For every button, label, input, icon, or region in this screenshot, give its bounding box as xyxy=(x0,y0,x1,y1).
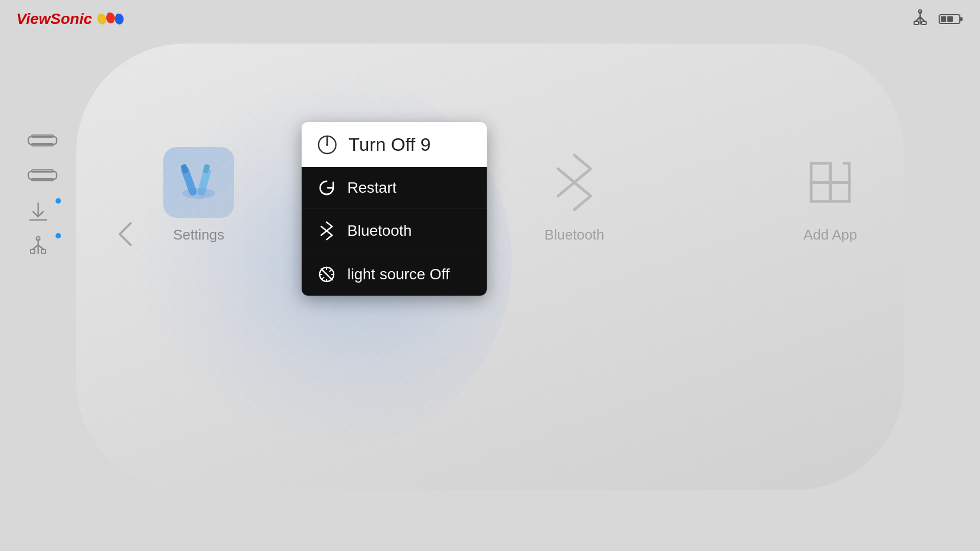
dropdown-menu: Turn Off 9 Restart Bluetooth xyxy=(302,122,487,296)
add-app-label: Add App xyxy=(804,226,857,243)
bluetooth-menu-label: Bluetooth xyxy=(347,222,412,240)
svg-point-39 xyxy=(326,144,328,146)
dropdown-items-list: Restart Bluetooth xyxy=(302,167,487,296)
power-circle-icon xyxy=(317,134,338,155)
app-items-row: Settings Bluetooth Add App xyxy=(163,147,866,243)
svg-point-3 xyxy=(99,14,103,18)
svg-line-47 xyxy=(330,278,332,279)
restart-item[interactable]: Restart xyxy=(302,167,487,209)
restart-label: Restart xyxy=(347,179,396,197)
logo-text: ViewSonic xyxy=(16,10,92,28)
sidebar-usb-icon[interactable] xyxy=(26,235,59,255)
logo-birds-icon xyxy=(96,8,125,30)
settings-icon-container xyxy=(163,147,234,218)
light-source-off-label: light source Off xyxy=(347,266,450,283)
sidebar-hdmi-bottom-icon[interactable] xyxy=(26,166,59,185)
app-item-bluetooth[interactable]: Bluetooth xyxy=(539,147,610,243)
settings-icon xyxy=(169,152,229,212)
battery-icon xyxy=(939,13,964,26)
dropdown-header[interactable]: Turn Off 9 xyxy=(302,122,487,167)
svg-rect-28 xyxy=(41,249,46,253)
add-app-icon-container xyxy=(795,147,866,218)
bluetooth-icon xyxy=(547,150,602,215)
svg-rect-19 xyxy=(28,172,57,179)
light-source-icon xyxy=(317,265,336,284)
bluetooth-item[interactable]: Bluetooth xyxy=(302,209,487,253)
svg-rect-13 xyxy=(960,17,963,21)
svg-point-34 xyxy=(182,188,215,199)
usb-icon xyxy=(912,9,928,29)
turn-off-label: Turn Off 9 xyxy=(348,134,431,155)
svg-rect-9 xyxy=(914,21,918,25)
svg-rect-31 xyxy=(181,164,189,174)
svg-rect-15 xyxy=(947,16,953,22)
add-app-icon xyxy=(800,152,860,212)
restart-icon xyxy=(317,179,336,197)
sidebar-hdmi-top-icon[interactable] xyxy=(26,131,59,150)
usb-notification-dot xyxy=(56,233,61,238)
svg-rect-14 xyxy=(941,16,946,22)
download-notification-dot xyxy=(56,198,61,204)
svg-rect-27 xyxy=(30,249,35,253)
settings-label: Settings xyxy=(173,226,224,243)
bluetooth-icon-container xyxy=(539,147,610,218)
svg-line-46 xyxy=(322,270,324,272)
topbar-right xyxy=(912,9,964,29)
svg-line-49 xyxy=(322,278,324,279)
svg-line-48 xyxy=(330,270,332,272)
svg-line-25 xyxy=(33,245,38,249)
sidebar-download-icon[interactable] xyxy=(26,200,59,220)
sidebar xyxy=(26,131,59,255)
svg-rect-10 xyxy=(922,21,926,25)
svg-point-4 xyxy=(107,13,112,17)
app-item-add-app[interactable]: Add App xyxy=(795,147,866,243)
app-item-settings[interactable]: Settings xyxy=(163,147,234,243)
topbar: ViewSonic xyxy=(0,0,980,38)
back-button[interactable] xyxy=(114,218,136,250)
logo: ViewSonic xyxy=(16,8,125,30)
bluetooth-menu-icon xyxy=(317,221,336,241)
svg-point-5 xyxy=(116,14,120,18)
svg-rect-16 xyxy=(28,137,57,144)
svg-line-26 xyxy=(38,245,44,249)
light-source-off-item[interactable]: light source Off xyxy=(302,253,487,296)
bluetooth-label: Bluetooth xyxy=(544,226,604,243)
